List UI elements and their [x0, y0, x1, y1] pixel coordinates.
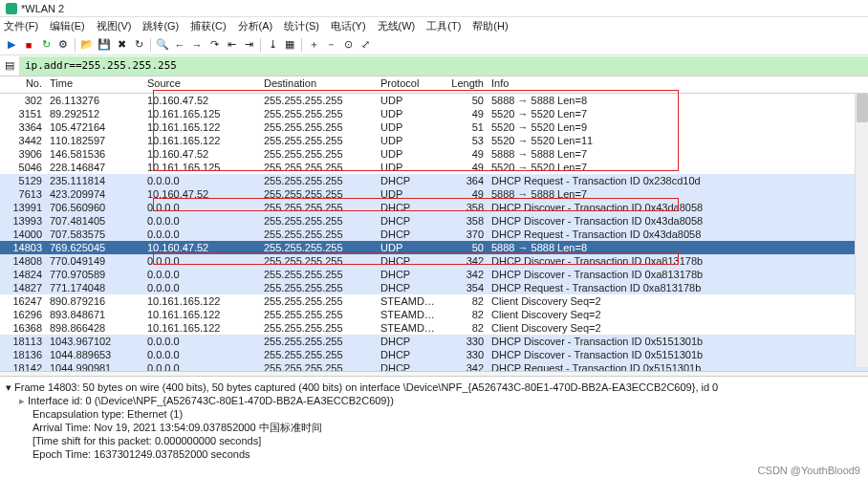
filter-bar: ▤: [0, 55, 868, 76]
stop-capture-icon[interactable]: ■: [21, 37, 36, 53]
zoom-reset-icon[interactable]: ⊙: [340, 37, 356, 53]
col-header-info[interactable]: Info: [488, 76, 868, 93]
table-row[interactable]: 14803769.62504510.160.47.52255.255.255.2…: [0, 241, 868, 254]
table-row[interactable]: 14808770.0491490.0.0.0255.255.255.255DHC…: [0, 254, 868, 268]
menu-capture[interactable]: 捕获(C): [190, 19, 226, 33]
menu-analyze[interactable]: 分析(A): [238, 19, 273, 33]
menu-go[interactable]: 跳转(G): [142, 19, 179, 33]
table-row[interactable]: 7613423.20997410.160.47.52255.255.255.25…: [0, 187, 868, 201]
auto-scroll-icon[interactable]: ⤓: [265, 37, 280, 53]
menu-telephony[interactable]: 电话(Y): [331, 19, 366, 33]
table-row[interactable]: 16368898.86642810.161.165.122255.255.255…: [0, 321, 868, 335]
table-row[interactable]: 5046228.14684710.161.165.125255.255.255.…: [0, 161, 868, 174]
packet-details-pane[interactable]: Frame 14803: 50 bytes on wire (400 bits)…: [0, 377, 868, 465]
menu-file[interactable]: 文件(F): [4, 19, 38, 33]
toolbar: ▶ ■ ↻ ⚙ 📂 💾 ✖ ↻ 🔍 ← → ↷ ⇤ ⇥ ⤓ ▦ ＋ － ⊙ ⤢: [0, 34, 868, 55]
save-file-icon[interactable]: 💾: [97, 37, 112, 53]
packet-list-scrollbar[interactable]: [855, 94, 868, 367]
table-row[interactable]: 181421044.9909810.0.0.0255.255.255.255DH…: [0, 361, 868, 371]
zoom-out-icon[interactable]: －: [323, 37, 338, 53]
col-header-destination[interactable]: Destination: [260, 76, 377, 93]
menu-wireless[interactable]: 无线(W): [378, 19, 416, 33]
menu-view[interactable]: 视图(V): [97, 19, 132, 33]
table-row[interactable]: 3442110.18259710.161.165.122255.255.255.…: [0, 134, 868, 147]
menu-tools[interactable]: 工具(T): [426, 19, 461, 33]
menu-edit[interactable]: 编辑(E): [50, 19, 85, 33]
menubar: 文件(F) 编辑(E) 视图(V) 跳转(G) 捕获(C) 分析(A) 统计(S…: [0, 17, 868, 34]
find-packet-icon[interactable]: 🔍: [155, 37, 170, 53]
packet-list[interactable]: 30226.11327610.160.47.52255.255.255.255U…: [0, 94, 868, 371]
table-row[interactable]: 16247890.87921610.161.165.122255.255.255…: [0, 294, 868, 308]
go-last-icon[interactable]: ⇥: [241, 37, 256, 53]
open-file-icon[interactable]: 📂: [79, 37, 95, 53]
detail-encap: Encapsulation type: Ethernet (1): [6, 407, 862, 421]
table-row[interactable]: 13991706.5609600.0.0.0255.255.255.255DHC…: [0, 201, 868, 214]
restart-capture-icon[interactable]: ↻: [38, 37, 54, 53]
display-filter-input[interactable]: [19, 56, 868, 76]
colorize-icon[interactable]: ▦: [282, 37, 297, 53]
col-header-length[interactable]: Length: [444, 76, 488, 93]
detail-epoch: Epoch Time: 1637301249.037852000 seconds: [6, 447, 862, 461]
table-row[interactable]: 5129235.1118140.0.0.0255.255.255.255DHCP…: [0, 174, 868, 187]
app-icon: [6, 3, 17, 14]
table-row[interactable]: 14824770.9705890.0.0.0255.255.255.255DHC…: [0, 268, 868, 281]
table-row[interactable]: 13993707.4814050.0.0.0255.255.255.255DHC…: [0, 214, 868, 228]
table-row[interactable]: 14827771.1740480.0.0.0255.255.255.255DHC…: [0, 281, 868, 294]
col-header-source[interactable]: Source: [143, 76, 260, 93]
detail-timeshift: [Time shift for this packet: 0.000000000…: [6, 434, 862, 447]
capture-options-icon[interactable]: ⚙: [55, 37, 71, 53]
table-row[interactable]: 16296893.84867110.161.165.122255.255.255…: [0, 308, 868, 321]
go-first-icon[interactable]: ⇤: [224, 37, 239, 53]
zoom-in-icon[interactable]: ＋: [306, 37, 321, 53]
watermark: CSDN @YouthBlood9: [758, 465, 860, 476]
resize-columns-icon[interactable]: ⤢: [358, 37, 373, 53]
window-title: *WLAN 2: [21, 3, 64, 14]
detail-frame[interactable]: Frame 14803: 50 bytes on wire (400 bits)…: [6, 380, 862, 394]
titlebar: *WLAN 2: [0, 0, 868, 17]
col-header-no[interactable]: No.: [0, 76, 46, 93]
table-row[interactable]: 3906146.58153610.160.47.52255.255.255.25…: [0, 147, 868, 161]
col-header-protocol[interactable]: Protocol: [377, 76, 444, 93]
table-row[interactable]: 14000707.5835750.0.0.0255.255.255.255DHC…: [0, 228, 868, 241]
table-row[interactable]: 315189.29251210.161.165.125255.255.255.2…: [0, 107, 868, 120]
table-row[interactable]: 3364105.47216410.161.165.122255.255.255.…: [0, 120, 868, 134]
detail-interface[interactable]: Interface id: 0 (\Device\NPF_{A526743C-8…: [6, 394, 862, 407]
start-capture-icon[interactable]: ▶: [4, 37, 19, 53]
menu-help[interactable]: 帮助(H): [472, 19, 508, 33]
filter-bookmark-icon[interactable]: ▤: [3, 59, 16, 73]
table-row[interactable]: 30226.11327610.160.47.52255.255.255.255U…: [0, 94, 868, 107]
go-back-icon[interactable]: ←: [172, 37, 187, 53]
go-forward-icon[interactable]: →: [189, 37, 205, 53]
table-row[interactable]: 181361044.8896530.0.0.0255.255.255.255DH…: [0, 348, 868, 361]
go-to-packet-icon[interactable]: ↷: [206, 37, 222, 53]
close-file-icon[interactable]: ✖: [114, 37, 129, 53]
col-header-time[interactable]: Time: [46, 76, 143, 93]
table-row[interactable]: 181131043.9671020.0.0.0255.255.255.255DH…: [0, 335, 868, 348]
packet-list-header: No. Time Source Destination Protocol Len…: [0, 76, 868, 94]
reload-icon[interactable]: ↻: [131, 37, 146, 53]
detail-arrival: Arrival Time: Nov 19, 2021 13:54:09.0378…: [6, 421, 862, 434]
menu-statistics[interactable]: 统计(S): [284, 19, 319, 33]
